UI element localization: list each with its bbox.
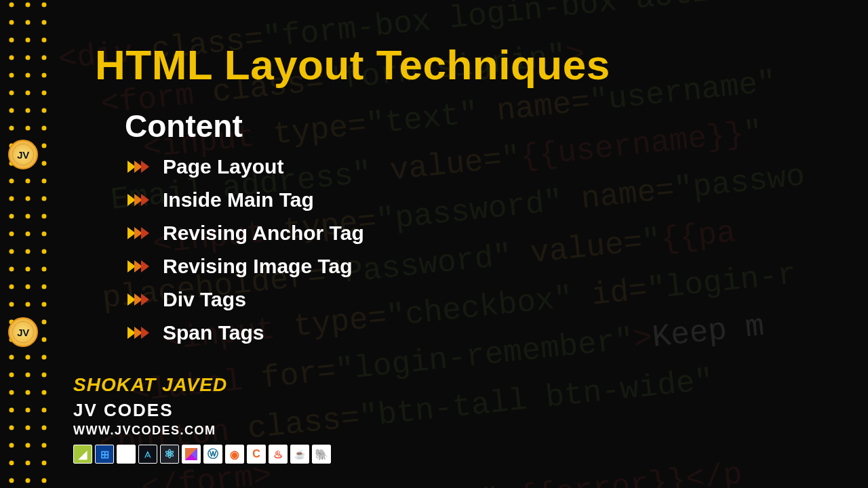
dot	[26, 443, 30, 447]
dot-row	[9, 197, 47, 201]
dot-row	[9, 408, 47, 412]
java-icon: ☕	[290, 445, 309, 464]
dot	[9, 355, 14, 359]
toc-item-label: Span Tags	[163, 321, 264, 344]
dot	[26, 179, 30, 183]
dot	[9, 91, 14, 95]
triple-chevron-right-icon	[127, 225, 153, 241]
dot	[9, 373, 14, 377]
dot	[42, 461, 46, 465]
dot	[26, 426, 30, 430]
dot	[9, 408, 14, 412]
dot	[9, 126, 14, 130]
dot-row	[9, 214, 47, 218]
dot	[42, 232, 46, 236]
dot	[26, 390, 30, 394]
author-name: SHOKAT JAVED	[73, 374, 331, 396]
dot	[9, 267, 14, 271]
site-url: WWW.JVCODES.COM	[73, 424, 331, 438]
dot	[26, 408, 30, 412]
toc-item-label: Revising Image Tag	[163, 255, 353, 278]
dot	[26, 20, 30, 24]
dot-row	[9, 38, 47, 42]
codeigniter-icon: ♨	[269, 445, 288, 464]
triple-chevron-right-icon	[127, 192, 153, 208]
dot	[42, 443, 46, 447]
dot	[9, 249, 14, 253]
podcast-icon: ◉	[225, 445, 244, 464]
apple-icon	[117, 445, 136, 464]
triple-chevron-right-icon	[127, 325, 153, 341]
dot	[42, 426, 46, 430]
dot	[42, 197, 46, 201]
dot	[42, 373, 46, 377]
android-icon: ◢	[73, 445, 92, 464]
dot	[42, 179, 46, 183]
dot	[9, 443, 14, 447]
dot-row	[9, 426, 47, 430]
toc-item-label: Revising Anchor Tag	[163, 222, 364, 245]
dot	[26, 355, 30, 359]
dot	[9, 108, 14, 113]
triple-chevron-right-icon	[127, 258, 153, 274]
dot-row	[9, 479, 47, 483]
dot	[26, 285, 30, 289]
dot	[42, 320, 46, 324]
dot	[42, 20, 46, 24]
dot	[42, 249, 46, 253]
toc-item: Inside Main Tag	[127, 188, 841, 211]
dot	[26, 249, 30, 253]
dot-row	[9, 108, 47, 113]
tech-icon-row: ◢⊞⟑⚛ⓦ◉C♨☕🐘	[73, 445, 331, 464]
dot	[42, 214, 46, 218]
dot	[26, 38, 30, 42]
dot	[42, 56, 46, 60]
dot	[42, 3, 46, 7]
toc-item: Revising Image Tag	[127, 255, 841, 278]
dot	[9, 179, 14, 183]
flutter-icon: ⟑	[138, 445, 157, 464]
dot-row	[9, 461, 47, 465]
dot	[26, 108, 30, 113]
dot	[26, 126, 30, 130]
dot	[42, 338, 46, 342]
dot	[42, 408, 46, 412]
dot	[26, 461, 30, 465]
brand-name: JV CODES	[73, 400, 331, 421]
dot	[26, 232, 30, 236]
kotlin-icon	[182, 445, 201, 464]
dot	[9, 390, 14, 394]
dot	[26, 373, 30, 377]
dot-row	[9, 355, 47, 359]
dot	[42, 355, 46, 359]
dot	[9, 214, 14, 218]
dot	[9, 302, 14, 306]
dot-row	[9, 179, 47, 183]
toc-item-label: Inside Main Tag	[163, 188, 314, 211]
footer-credits: SHOKAT JAVED JV CODES WWW.JVCODES.COM ◢⊞…	[73, 374, 331, 464]
dot-row	[9, 373, 47, 377]
gradle-icon: 🐘	[312, 445, 331, 464]
dot	[42, 126, 46, 130]
dot	[42, 144, 46, 148]
dot	[26, 479, 30, 483]
dot	[9, 20, 14, 24]
dot	[26, 302, 30, 306]
slide-title: HTML Layout Techniques	[95, 41, 841, 89]
toc-item: Revising Anchor Tag	[127, 222, 841, 245]
dot-row	[9, 3, 47, 7]
dot	[26, 73, 30, 77]
dot-row	[9, 390, 47, 394]
dot-row	[9, 302, 47, 306]
dot	[9, 3, 14, 7]
triple-chevron-right-icon	[127, 291, 153, 308]
toc-item: Page Layout	[127, 155, 841, 178]
dot	[26, 214, 30, 218]
dot	[26, 91, 30, 95]
dot	[26, 197, 30, 201]
dot	[9, 461, 14, 465]
dot	[9, 232, 14, 236]
dot-row	[9, 126, 47, 130]
dot	[26, 56, 30, 60]
dot	[9, 38, 14, 42]
